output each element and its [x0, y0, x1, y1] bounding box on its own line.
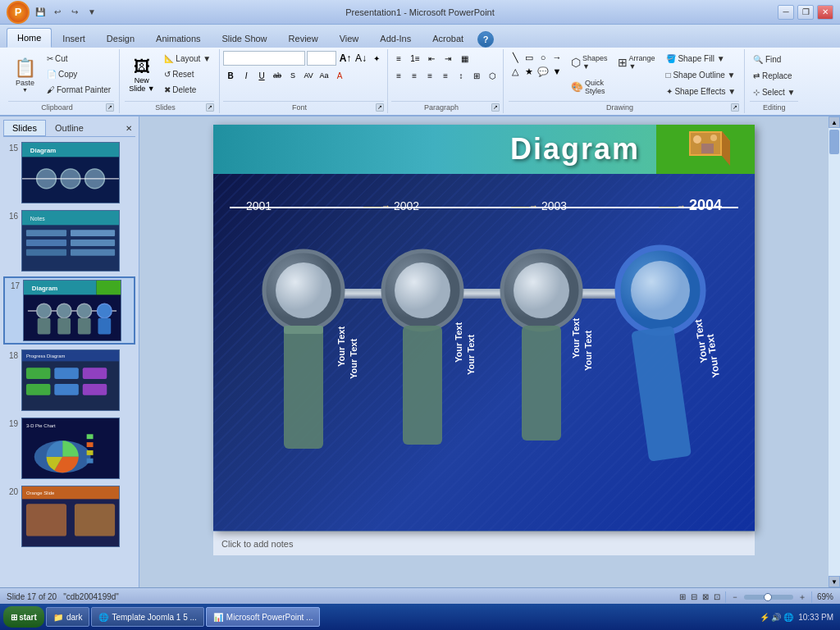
slide-thumb-17[interactable]: 17 Diagram: [3, 276, 135, 345]
tab-review[interactable]: Review: [278, 28, 329, 48]
align-center-button[interactable]: ≡: [407, 68, 422, 83]
char-spacing-button[interactable]: AV: [301, 68, 316, 83]
scroll-down-button[interactable]: ▼: [829, 576, 840, 587]
tab-outline[interactable]: Outline: [46, 120, 93, 136]
restore-button[interactable]: ❐: [797, 5, 814, 20]
redo-button[interactable]: ↪: [67, 5, 82, 20]
slide-canvas[interactable]: Diagram: [213, 125, 755, 531]
shape-rect[interactable]: ▭: [523, 51, 536, 64]
align-left-button[interactable]: ≡: [391, 68, 406, 83]
paragraph-expand[interactable]: ↗: [491, 103, 500, 112]
slide-thumb-19[interactable]: 19 3-D Pie Chart: [3, 416, 135, 481]
clipboard-expand[interactable]: ↗: [106, 103, 114, 112]
slide-thumb-15[interactable]: 15 Diagram: [3, 140, 135, 205]
tab-addins[interactable]: Add-Ins: [369, 28, 422, 48]
shape-fill-button[interactable]: 🪣 Shape Fill ▼: [663, 51, 740, 66]
font-color-button[interactable]: A: [332, 68, 347, 83]
replace-button[interactable]: ⇄ Replace: [750, 69, 795, 84]
decrease-indent-button[interactable]: ⇤: [424, 51, 439, 66]
office-button[interactable]: P: [7, 1, 30, 24]
delete-button[interactable]: ✖ Delete: [161, 82, 214, 97]
shape-star[interactable]: ★: [523, 65, 536, 78]
tab-animations[interactable]: Animations: [145, 28, 211, 48]
slide-thumb-20[interactable]: 20 Orange Slide: [3, 484, 135, 549]
shapes-button[interactable]: ⬡Shapes▼: [567, 51, 612, 74]
panel-close-button[interactable]: ✕: [122, 121, 135, 135]
numbering-button[interactable]: 1≡: [408, 51, 422, 66]
bullets-button[interactable]: ≡: [391, 51, 406, 66]
scroll-up-button[interactable]: ▲: [829, 116, 840, 128]
font-name-input[interactable]: [223, 51, 305, 66]
shape-outline-button[interactable]: □ Shape Outline ▼: [663, 67, 740, 82]
slide-thumb-18[interactable]: 18 Progress Diagram: [3, 348, 135, 413]
shape-arrow[interactable]: →: [550, 51, 564, 64]
drawing-expand[interactable]: ↗: [731, 103, 739, 112]
smartart-button[interactable]: ⬡: [485, 68, 500, 83]
tab-view[interactable]: View: [329, 28, 370, 48]
arrange-button[interactable]: ⊞Arrange▼: [614, 51, 660, 74]
undo-button[interactable]: ↩: [50, 5, 65, 20]
reset-button[interactable]: ↺ Reset: [161, 66, 214, 81]
font-expand[interactable]: ↗: [376, 103, 384, 112]
taskbar-browser-button[interactable]: 🌐 Template Joomla 1 5 ...: [91, 607, 203, 627]
tab-home[interactable]: Home: [7, 28, 52, 48]
zoom-slider[interactable]: [744, 595, 793, 600]
align-text-button[interactable]: ⊞: [469, 68, 484, 83]
tab-slideshow[interactable]: Slide Show: [212, 28, 278, 48]
paste-button[interactable]: 📋 Paste ▼: [8, 51, 42, 98]
increase-font-size-button[interactable]: A↑: [338, 51, 353, 66]
view-reading-button[interactable]: ⊡: [714, 592, 720, 601]
align-right-button[interactable]: ≡: [422, 68, 437, 83]
slides-expand[interactable]: ↗: [206, 103, 214, 112]
start-button[interactable]: ⊞ start: [3, 606, 44, 628]
tab-acrobat[interactable]: Acrobat: [422, 28, 474, 48]
bold-button[interactable]: B: [223, 68, 238, 83]
tab-design[interactable]: Design: [96, 28, 145, 48]
taskbar-ppt-button[interactable]: 📊 Microsoft PowerPoint ...: [206, 607, 321, 627]
find-button[interactable]: 🔍 Find: [750, 52, 784, 67]
view-normal-button[interactable]: ⊞: [679, 592, 686, 601]
strikethrough-button[interactable]: ab: [270, 68, 285, 83]
zoom-out-button[interactable]: －: [731, 591, 739, 603]
help-button[interactable]: ?: [477, 31, 494, 48]
format-painter-button[interactable]: 🖌Format Painter: [43, 82, 114, 97]
scroll-thumb[interactable]: [829, 130, 839, 154]
quick-styles-button[interactable]: 🎨QuickStyles: [567, 75, 609, 98]
shadow-button[interactable]: S: [285, 68, 300, 83]
qa-dropdown-button[interactable]: ▼: [84, 5, 99, 20]
shape-triangle[interactable]: △: [509, 65, 522, 78]
font-size-input[interactable]: [307, 51, 336, 66]
shape-more[interactable]: ▼: [550, 65, 564, 78]
increase-indent-button[interactable]: ⇥: [441, 51, 455, 66]
layout-button[interactable]: 📐 Layout ▼: [161, 51, 214, 66]
tab-insert[interactable]: Insert: [52, 28, 96, 48]
underline-button[interactable]: U: [254, 68, 269, 83]
view-slide-sorter-button[interactable]: ⊟: [691, 592, 697, 601]
clear-format-button[interactable]: ✦: [369, 51, 384, 66]
text-direction-button[interactable]: ↕: [454, 68, 468, 83]
shape-circle[interactable]: ○: [536, 51, 550, 64]
tab-slides[interactable]: Slides: [3, 120, 46, 136]
view-notes-button[interactable]: ⊠: [702, 592, 709, 601]
copy-button[interactable]: 📄Copy: [43, 66, 114, 81]
vertical-scrollbar[interactable]: ▲ ▼: [829, 116, 840, 587]
justify-button[interactable]: ≡: [438, 68, 453, 83]
slide-thumb-16[interactable]: 16 Notes: [3, 208, 135, 273]
save-button[interactable]: 💾: [33, 5, 48, 20]
shape-callout[interactable]: 💬: [536, 65, 550, 78]
decrease-font-size-button[interactable]: A↓: [354, 51, 368, 66]
new-slide-button[interactable]: 🖼 New Slide ▼: [125, 51, 158, 98]
cut-button[interactable]: ✂Cut: [43, 51, 114, 66]
columns-button[interactable]: ▦: [457, 51, 472, 66]
taskbar-dark-button[interactable]: 📁 dark: [46, 607, 89, 627]
italic-button[interactable]: I: [239, 68, 253, 83]
zoom-thumb[interactable]: [764, 593, 772, 601]
select-button[interactable]: ⊹ Select ▼: [750, 85, 798, 100]
minimize-button[interactable]: ─: [778, 5, 794, 20]
change-case-button[interactable]: Aa: [317, 68, 331, 83]
shape-effects-button[interactable]: ✦ Shape Effects ▼: [663, 84, 740, 98]
shape-line[interactable]: ╲: [509, 51, 522, 64]
notes-area[interactable]: Click to add notes: [213, 531, 755, 555]
close-button[interactable]: ✕: [817, 5, 833, 20]
zoom-in-button[interactable]: ＋: [798, 591, 806, 603]
